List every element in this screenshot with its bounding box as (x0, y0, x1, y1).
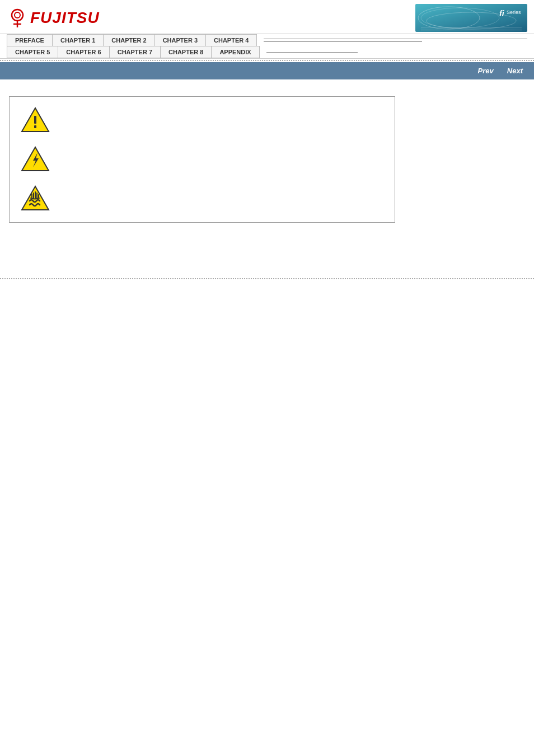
nav-extra-lines (257, 34, 527, 46)
next-button[interactable]: Next (503, 65, 527, 76)
nav-chapter3[interactable]: CHAPTER 3 (154, 34, 205, 46)
nav-chapter2[interactable]: CHAPTER 2 (103, 34, 154, 46)
svg-point-0 (12, 10, 23, 21)
hot-surface-icon (21, 184, 50, 213)
svg-point-1 (15, 12, 20, 18)
header: FUJITSU fi Series (0, 0, 534, 34)
warning-item-electrical (21, 145, 383, 174)
nav-extra-line-bottom (260, 46, 527, 58)
nav-chapter7[interactable]: CHAPTER 7 (109, 46, 160, 58)
svg-rect-15 (34, 125, 36, 128)
nav-chapter1[interactable]: CHAPTER 1 (52, 34, 103, 46)
bottom-separator (0, 278, 534, 279)
warning-box (9, 96, 395, 223)
nav-chapter4[interactable]: CHAPTER 4 (205, 34, 257, 46)
fujitsu-logo: FUJITSU (7, 7, 100, 29)
svg-text:fi: fi (499, 9, 505, 18)
electrical-icon (21, 145, 50, 174)
nav-row-2: CHAPTER 5 CHAPTER 6 CHAPTER 7 CHAPTER 8 … (7, 46, 527, 58)
svg-text:Series: Series (507, 10, 521, 15)
nav-row-1: PREFACE CHAPTER 1 CHAPTER 2 CHAPTER 3 CH… (7, 34, 527, 46)
prev-next-bar: Prev Next (0, 62, 534, 79)
caution-icon (21, 106, 50, 135)
warning-item-hot (21, 184, 383, 213)
content-area (0, 79, 534, 234)
nav-chapter5[interactable]: CHAPTER 5 (7, 46, 58, 58)
logo-text: FUJITSU (30, 9, 100, 27)
fi-series-logo: fi Series (415, 4, 527, 32)
prev-button[interactable]: Prev (474, 65, 498, 76)
nav-line-1 (264, 39, 527, 39)
svg-rect-14 (34, 116, 36, 124)
nav-line-2 (264, 41, 421, 42)
top-separator (0, 60, 534, 61)
nav-chapter6[interactable]: CHAPTER 6 (58, 46, 109, 58)
warning-item-caution (21, 106, 383, 135)
nav-appendix[interactable]: APPENDIX (211, 46, 259, 58)
fujitsu-icon (7, 7, 28, 29)
nav-container: PREFACE CHAPTER 1 CHAPTER 2 CHAPTER 3 CH… (0, 34, 534, 59)
nav-chapter8[interactable]: CHAPTER 8 (160, 46, 211, 58)
nav-preface[interactable]: PREFACE (7, 34, 52, 46)
nav-line-3 (266, 52, 358, 53)
